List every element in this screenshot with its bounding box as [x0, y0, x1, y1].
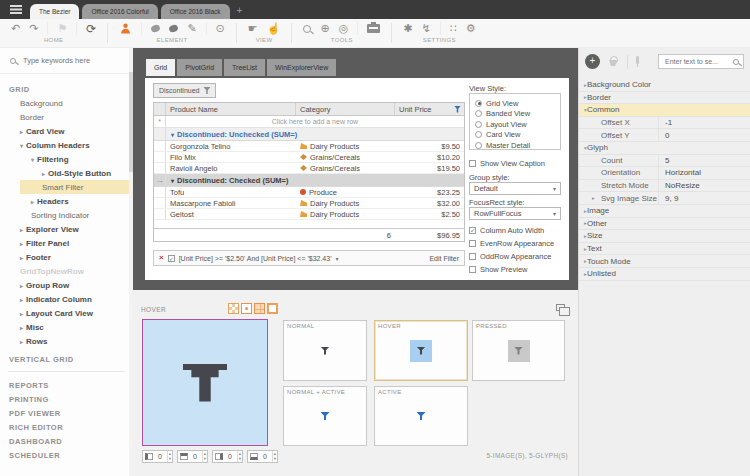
checkbox[interactable] — [469, 266, 476, 273]
spinner-arrows[interactable]: ▴▾ — [167, 451, 172, 462]
sidebar-item-card-view[interactable]: ▸Card View — [0, 124, 133, 138]
theme-tab-office-2016-black[interactable]: Office 2016 Black — [161, 4, 230, 19]
radio-master-detail[interactable]: Master Detail — [475, 140, 560, 151]
radio-banded-view[interactable]: Banded View — [475, 109, 560, 120]
column-filter-icon[interactable] — [454, 106, 461, 113]
radio-button[interactable] — [475, 142, 482, 149]
edit-filter-link[interactable]: Edit Filter — [429, 255, 459, 262]
radio-button[interactable] — [475, 131, 482, 138]
property-value[interactable]: 9, 9 — [658, 192, 750, 204]
sidebar-item-indicator-column[interactable]: ▸Indicator Column — [0, 292, 133, 306]
property-group-touch-mode[interactable]: ▸Touch Mode — [579, 255, 750, 268]
property-count[interactable]: Count5 — [579, 155, 750, 168]
table-row[interactable]: Ravioli AngeloGrains/Cereals$19.50 — [154, 163, 464, 174]
undo-icon[interactable]: ↶ — [11, 23, 20, 34]
check-oddrow-appearance[interactable]: OddRow Appearance — [469, 250, 566, 263]
check-evenrow-appearance[interactable]: EvenRow Appearance — [469, 237, 566, 250]
hand-cursor-icon[interactable]: ☛ — [248, 23, 258, 34]
check-show-preview[interactable]: Show Preview — [469, 263, 566, 276]
tab-pivotgrid[interactable]: PivotGrid — [177, 59, 222, 76]
property-group-unlisted[interactable]: ▸Unlisted — [579, 268, 750, 281]
group-style-dropdown[interactable]: Default ▾ — [469, 182, 561, 195]
sidebar-item-explorer-view[interactable]: ▸Explorer View — [0, 222, 133, 236]
margin-spinner-top[interactable]: 0▴▾ — [177, 450, 208, 463]
grid-view-icon[interactable] — [254, 303, 265, 314]
margin-spinner-left[interactable]: 0▴▾ — [142, 450, 173, 463]
new-row[interactable]: * Click here to add a new row — [154, 116, 464, 128]
show-view-caption-checkbox[interactable] — [469, 160, 476, 167]
table-row[interactable]: Filo MixGrains/Cereals$10.20 — [154, 152, 464, 163]
radio-grid-view[interactable]: Grid View — [475, 98, 560, 109]
compass-icon[interactable]: ⊙ — [216, 23, 225, 34]
save-icon[interactable]: ⚑ — [57, 23, 67, 34]
property-offset-x[interactable]: Offset X-1 — [579, 117, 750, 130]
spinner-arrows[interactable]: ▴▾ — [272, 451, 277, 462]
sidebar-item-grid[interactable]: GRID — [0, 82, 133, 96]
sidebar-search-input[interactable] — [21, 55, 117, 66]
sidebar-item-rich-editor[interactable]: RICH EDITOR — [0, 420, 133, 434]
filter-enabled-checkbox[interactable]: ✓ — [168, 255, 175, 262]
sidebar-item-smart-filter[interactable]: Smart Filter — [20, 180, 133, 194]
dots-icon[interactable]: ∷ — [450, 23, 457, 34]
sidebar-item-column-headers[interactable]: ▾Column Headers — [0, 138, 133, 152]
property-group-glyph[interactable]: ▾Glyph — [579, 142, 750, 155]
sidebar-item-gridtopnewrow[interactable]: GridTopNewRow — [0, 264, 133, 278]
property-value[interactable]: NoResize — [658, 180, 750, 192]
glyph-preview-canvas[interactable] — [142, 319, 268, 446]
property-group-other[interactable]: ▸Other — [579, 218, 750, 231]
group-by-box[interactable]: Discontinued — [153, 83, 216, 98]
sidebar-item-reports[interactable]: REPORTS — [0, 378, 133, 392]
sidebar-item-headers[interactable]: ▸Headers — [0, 194, 133, 208]
transparency-grid-icon[interactable] — [228, 303, 239, 314]
property-stretch-mode[interactable]: Stretch ModeNoResize — [579, 180, 750, 193]
theme-tab-office-2016-colorful[interactable]: Office 2016 Colorful — [82, 4, 157, 19]
show-view-caption-row[interactable]: Show View Caption — [469, 157, 566, 170]
sidebar-item-layout-card-view[interactable]: ▸Layout Card View — [0, 306, 133, 320]
mention-icon[interactable]: ◎ — [339, 23, 349, 34]
gear-icon[interactable]: ⚙ — [466, 23, 476, 34]
property-group-background-color[interactable]: ▸Background Color — [579, 79, 750, 92]
checkbox[interactable] — [469, 240, 476, 247]
sidebar-item-vertical-grid[interactable]: VERTICAL GRID — [0, 352, 133, 366]
checkbox[interactable]: ✓ — [469, 227, 476, 234]
state-box-active[interactable]: ACTIVE — [374, 386, 468, 446]
property-value[interactable]: -1 — [658, 117, 750, 129]
table-row[interactable]: Gorgonzola TelinoDairy Products$9.50 — [154, 141, 464, 152]
margin-spinner-right[interactable]: 0▴▾ — [212, 450, 243, 463]
refresh-icon[interactable]: ⟳ — [86, 23, 96, 35]
sidebar-item-border[interactable]: Border — [0, 110, 133, 124]
table-row[interactable]: TofuProduce$23.25 — [154, 187, 464, 198]
column-header-price[interactable]: Unit Price — [395, 103, 464, 115]
sidebar-item-old-style-button[interactable]: ▸Old-Style Button — [0, 166, 133, 180]
spinner-arrows[interactable]: ▴▾ — [202, 451, 207, 462]
property-group-common[interactable]: ▾Common — [579, 104, 750, 117]
paint-bucket-icon[interactable] — [608, 56, 619, 67]
radio-button[interactable] — [475, 100, 482, 107]
column-header-category[interactable]: Category — [296, 103, 395, 115]
spinner-down-icon[interactable]: ▾ — [169, 457, 171, 462]
property-offset-y[interactable]: Offset Y0 — [579, 129, 750, 142]
sparkle-icon[interactable]: ✱ — [403, 23, 412, 34]
brush-icon[interactable] — [150, 24, 161, 34]
tab-grid[interactable]: Grid — [146, 59, 175, 76]
toolbox-icon[interactable] — [367, 24, 380, 33]
touch-cursor-icon[interactable]: ☝ — [267, 23, 281, 34]
sidebar-item-group-row[interactable]: ▸Group Row — [0, 278, 133, 292]
properties-search[interactable] — [658, 54, 744, 69]
grid-group-row[interactable]: ▾Discontinued: Unchecked (SUM=) — [154, 128, 464, 141]
spinner-arrows[interactable]: ▴▾ — [237, 451, 242, 462]
radio-layout-view[interactable]: Layout View — [475, 119, 560, 130]
property-group-size[interactable]: ▸Size — [579, 230, 750, 243]
grid-group-row[interactable]: →▾Discontinued: Checked (SUM=) — [154, 174, 464, 187]
sidebar-item-footer[interactable]: ▸Footer — [0, 250, 133, 264]
property-value[interactable]: 0 — [658, 129, 750, 141]
add-tab-button[interactable]: + — [233, 2, 247, 19]
magnifier-icon[interactable] — [303, 25, 311, 33]
filter-expression[interactable]: [Unit Price] >= '$2.50' And [Unit Price]… — [179, 255, 332, 262]
export-image-icon[interactable] — [556, 304, 565, 311]
sidebar-item-filter-panel[interactable]: ▸Filter Panel — [0, 236, 133, 250]
pin-icon[interactable] — [636, 56, 639, 64]
properties-search-input[interactable] — [663, 57, 731, 66]
close-filter-icon[interactable]: × — [159, 254, 164, 262]
focusrect-style-dropdown[interactable]: RowFullFocus ▾ — [469, 207, 561, 220]
